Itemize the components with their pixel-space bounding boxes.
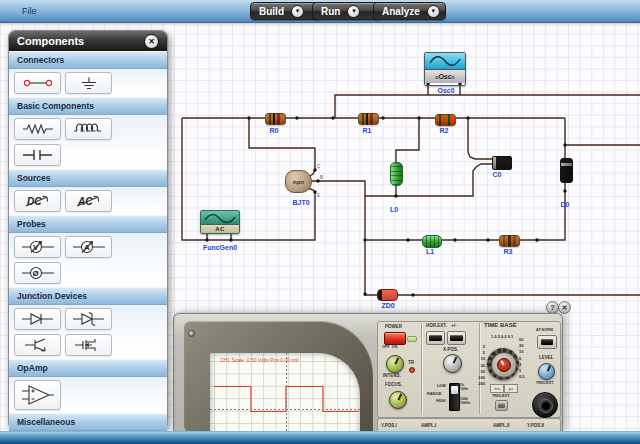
label-L1: L1 [426,248,434,255]
file-menu[interactable]: File [22,6,37,16]
component-dc-source[interactable]: DC [14,190,61,212]
inductor-L1[interactable] [422,235,442,248]
component-mosfet[interactable] [65,334,112,356]
component-current-probe[interactable]: A [65,236,112,258]
label-Osc0: Osc0 [437,87,454,94]
trig-ext-bnc-connector[interactable] [532,392,558,418]
section-miscellaneous[interactable]: Miscellaneous [9,413,167,431]
focus-knob[interactable] [389,391,407,409]
close-icon[interactable]: ✕ [144,34,159,49]
ac-source-icon: AC [71,194,107,208]
plus-minus-button[interactable] [447,331,466,345]
section-probes[interactable]: Probes [9,215,167,233]
trig-ext-button-label: TRIG.EXT. [492,394,510,399]
focus-label: FOCUS. [385,382,402,387]
label-C0: C0 [493,171,502,178]
ms-unit-box: ms [490,384,504,393]
resistor-R0[interactable] [265,113,286,125]
analyze-button[interactable]: Analyze ▼ [373,2,446,20]
label-D0: D0 [561,201,570,208]
level-knob[interactable] [538,363,555,380]
osc-mini-screen [425,53,465,70]
label-FuncGen0: FuncGen0 [203,244,237,251]
component-diode[interactable] [14,308,61,330]
run-button[interactable]: Run ▼ [312,2,381,20]
at-norm-button[interactable] [537,335,557,349]
build-button[interactable]: Build ▼ [250,2,321,20]
label-R2: R2 [440,127,449,134]
plus-minus-label: +/- [451,323,456,328]
function-generator-FuncGen0[interactable]: AC [200,210,240,234]
component-wire[interactable] [14,72,61,94]
component-capacitor[interactable] [14,144,61,166]
time-base-label: TIME BASE [484,323,517,328]
mosfet-icon [71,338,107,352]
timebase-top-scale: 1 0.5 0.2 0.1 [491,334,513,340]
diode-D0[interactable] [560,158,573,183]
oscilloscope-instrument[interactable]: CH1 Scale: 0.50 V/div Pos:0.00 mV POWER … [173,313,563,432]
inductor-L0[interactable] [390,162,403,186]
funcgen-display [201,211,239,225]
resistor-R2[interactable] [435,114,456,126]
range-low-label: LOW [437,384,446,389]
bjt-icon [20,338,56,352]
intensity-knob[interactable] [386,355,404,373]
diode-icon [20,312,56,326]
section-basic-components[interactable]: Basic Components [9,97,167,115]
resistor-R1[interactable] [358,113,379,125]
scope-channel-readout: CH1 Scale: 0.50 V/div Pos:0.00 mV [220,357,299,363]
svg-text:Ø: Ø [32,269,38,278]
trig-ext-label: TRIG.EXT. [536,381,554,386]
zener-diode-ZD0[interactable] [377,289,398,301]
power-label: POWER [385,324,402,329]
component-resistor[interactable] [14,118,61,140]
x-pos-label: X-POS. [443,347,458,352]
capacitor-C0[interactable] [492,156,512,170]
chevron-down-icon: ▼ [430,8,436,14]
level-label: LEVEL [539,355,554,360]
component-voltage-probe[interactable]: V [14,236,61,258]
component-phase-probe[interactable]: Ø [14,262,61,284]
hor-ext-button[interactable] [426,331,445,345]
section-junction-devices[interactable]: Junction Devices [9,287,167,305]
y-pos-1-label: Y.POS.I [381,423,397,428]
oscilloscope-probe-Osc0[interactable]: ᴑOscᴑ [424,52,466,86]
component-opamp[interactable] [14,380,61,410]
section-opamp[interactable]: OpAmp [9,359,167,377]
range-switch[interactable] [449,383,460,411]
scope-center-vertical-ruler [286,353,287,439]
range-bottom-scale: 100k 10kHz [460,397,470,405]
trig-ext-small-button[interactable] [495,400,508,411]
component-ac-source[interactable]: AC [65,190,112,212]
section-sources[interactable]: Sources [9,169,167,187]
transistor-BJT0[interactable]: npn [285,170,312,193]
screw-icon [188,330,195,337]
resistor-R3[interactable] [499,235,520,247]
power-lamp [407,336,417,342]
component-zener-diode[interactable] [65,308,112,330]
us-unit-box: µs [504,384,518,393]
scope-trace [210,353,360,439]
opamp-icon [20,383,56,407]
power-button[interactable] [384,332,406,345]
bjt-pin-e-label: E [317,193,320,198]
analyze-dropdown[interactable]: ▼ [427,5,440,18]
component-bjt[interactable] [14,334,61,356]
time-base-knob[interactable] [487,348,519,380]
section-connectors[interactable]: Connectors [9,51,167,69]
run-dropdown[interactable]: ▼ [347,5,360,18]
capacitor-icon [20,148,56,162]
bjt-type-label: npn [293,179,304,185]
resistor-icon [20,122,56,136]
component-inductor[interactable] [65,118,112,140]
label-R1: R1 [363,127,372,134]
x-pos-knob[interactable] [443,354,462,373]
onoff-label: OFF ON [382,345,397,350]
timebase-left-scale: 2 5 10 20 50 100 200 [477,344,485,387]
top-menubar: File Build ▼ Run ▼ Analyze ▼ [0,0,640,23]
components-panel-header[interactable]: Components ✕ [9,31,167,51]
current-probe-icon: A [71,240,107,254]
component-ground[interactable] [65,72,112,94]
build-dropdown[interactable]: ▼ [291,5,304,18]
scope-close-button[interactable]: ✕ [558,301,571,314]
